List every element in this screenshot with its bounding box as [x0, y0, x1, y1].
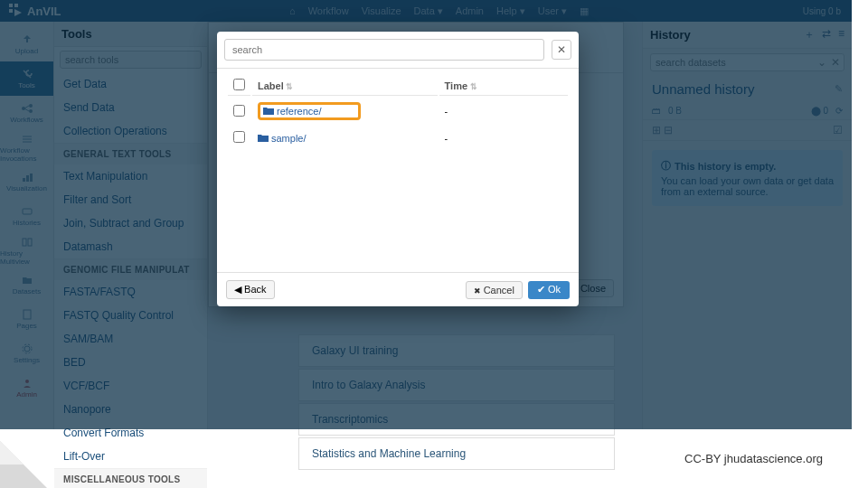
tool-fasta[interactable]: FASTA/FASTQ [54, 280, 207, 304]
nav-pages[interactable]: Pages [0, 302, 53, 336]
tool-vcfbcf[interactable]: VCF/BCF [54, 374, 207, 398]
history-empty-notice: ⓘThis history is empty. You can load you… [652, 150, 843, 206]
modal-search-input[interactable] [224, 39, 544, 61]
history-clear-icon[interactable]: ✕ [831, 56, 840, 69]
storage-usage: Using 0 b [803, 6, 841, 16]
col-label[interactable]: Label [252, 76, 438, 96]
svg-point-20 [25, 380, 29, 383]
history-count: ⬤ 0 [811, 106, 828, 116]
brand-icon [9, 4, 24, 18]
tool-header-misc: MISCELLANEOUS TOOLS [54, 468, 207, 488]
nav-workflow[interactable]: Workflow [308, 5, 349, 17]
nav-tools[interactable]: Tools [0, 61, 53, 96]
grid-icon[interactable]: ▦ [580, 5, 589, 17]
folder-sample[interactable]: sample/ [258, 133, 432, 144]
nav-admin[interactable]: Admin [456, 5, 484, 17]
nav-visualization[interactable]: Visualization [0, 164, 53, 199]
tool-bed[interactable]: BED [54, 351, 207, 374]
wrench-icon [21, 68, 33, 80]
tool-text-manip[interactable]: Text Manipulation [54, 164, 207, 188]
nav-workflows[interactable]: Workflows [0, 96, 53, 130]
nav-data[interactable]: Data ▾ [414, 5, 443, 17]
tag-icon[interactable]: ⊞ [652, 124, 661, 136]
svg-rect-1 [14, 4, 18, 7]
file-icon [21, 308, 33, 321]
gear-icon [21, 343, 33, 355]
svg-point-5 [29, 109, 33, 113]
svg-rect-2 [9, 9, 13, 13]
tool-fastq-qc[interactable]: FASTQ Quality Control [54, 304, 207, 327]
tutorial-stats-ml[interactable]: Statistics and Machine Learning [298, 437, 615, 470]
pencil-icon[interactable]: ✎ [835, 83, 843, 95]
tool-join-subtract[interactable]: Join, Subtract and Group [54, 211, 207, 235]
row-time: - [439, 98, 568, 125]
history-switch-icon[interactable]: ⇄ [822, 27, 831, 42]
select-all-checkbox[interactable] [233, 79, 245, 90]
nav-user[interactable]: User ▾ [538, 5, 567, 17]
columns-icon [21, 236, 33, 249]
tools-title: Tools [54, 22, 207, 47]
svg-rect-17 [24, 310, 31, 319]
folder-reference[interactable]: reference/ [263, 106, 322, 117]
tool-get-data[interactable]: Get Data [54, 72, 207, 96]
tutorial-transcriptomics[interactable]: Transcriptomics [298, 403, 615, 436]
nav-help[interactable]: Help ▾ [496, 5, 525, 17]
note-icon[interactable]: ⊟ [664, 124, 673, 136]
nav-settings[interactable]: Settings [0, 336, 53, 371]
history-menu-icon[interactable]: ≡ [838, 27, 844, 42]
refresh-icon[interactable]: ⟳ [835, 106, 843, 116]
folder-icon [21, 274, 33, 286]
info-icon: ⓘ [661, 159, 671, 173]
tool-sambam[interactable]: SAM/BAM [54, 327, 207, 351]
tools-search-input[interactable] [60, 51, 202, 69]
left-nav: Upload Tools Workflows Workflow Invocati… [0, 22, 54, 429]
tool-nanopore[interactable]: Nanopore [54, 398, 207, 421]
cancel-button[interactable]: Cancel [466, 281, 523, 299]
svg-rect-12 [26, 175, 29, 182]
chart-icon [21, 171, 33, 183]
history-advanced-icon[interactable]: ⌄ [817, 56, 826, 69]
nav-invocations[interactable]: Workflow Invocations [0, 130, 53, 164]
tool-convert[interactable]: Convert Formats [54, 421, 207, 445]
top-bar: AnVIL ⌂ Workflow Visualize Data ▾ Admin … [0, 0, 852, 22]
history-name[interactable]: Unnamed history [652, 81, 754, 97]
svg-rect-16 [28, 239, 32, 246]
nav-histories[interactable]: Histories [0, 199, 53, 233]
home-icon[interactable]: ⌂ [289, 5, 296, 17]
tool-send-data[interactable]: Send Data [54, 96, 207, 119]
nav-multiview[interactable]: History Multiview [0, 233, 53, 267]
tool-datamash[interactable]: Datamash [54, 235, 207, 258]
history-empty-body: You can load your own data or get data f… [661, 175, 834, 197]
brand-logo[interactable]: AnVIL [0, 4, 71, 18]
select-all-icon[interactable]: ☑ [833, 124, 843, 136]
nav-visualize[interactable]: Visualize [362, 5, 401, 17]
row-checkbox[interactable] [233, 105, 245, 117]
svg-line-7 [24, 108, 29, 111]
back-button[interactable]: ◀ Back [226, 280, 275, 299]
svg-rect-14 [23, 209, 32, 214]
svg-point-4 [29, 104, 33, 108]
svg-rect-15 [23, 239, 26, 246]
row-checkbox[interactable] [233, 131, 245, 143]
modal-close-button[interactable]: ✕ [552, 40, 571, 60]
ok-button[interactable]: Ok [528, 281, 570, 299]
folder-icon [263, 107, 274, 116]
tool-filter-sort[interactable]: Filter and Sort [54, 188, 207, 211]
nav-admin[interactable]: Admin [0, 371, 53, 405]
svg-line-6 [24, 106, 29, 108]
col-time[interactable]: Time [439, 76, 568, 96]
brand-text: AnVIL [27, 5, 61, 18]
tool-collection-ops[interactable]: Collection Operations [54, 119, 207, 143]
highlight-ring: reference/ [258, 102, 361, 120]
tool-liftover[interactable]: Lift-Over [54, 445, 207, 468]
new-history-icon[interactable]: ＋ [804, 27, 815, 42]
history-search-input[interactable] [650, 53, 844, 71]
nav-datasets[interactable]: Datasets [0, 267, 53, 302]
tool-header-genomic: GENOMIC FILE MANIPULAT [54, 258, 207, 280]
tutorial-cards: Galaxy UI training Intro to Galaxy Analy… [298, 334, 615, 472]
tutorial-ui-training[interactable]: Galaxy UI training [298, 334, 615, 367]
history-size: 0 B [668, 106, 682, 116]
nav-upload[interactable]: Upload [0, 27, 53, 61]
tutorial-intro-analysis[interactable]: Intro to Galaxy Analysis [298, 369, 615, 401]
tools-panel: Tools Get Data Send Data Collection Oper… [54, 22, 208, 429]
